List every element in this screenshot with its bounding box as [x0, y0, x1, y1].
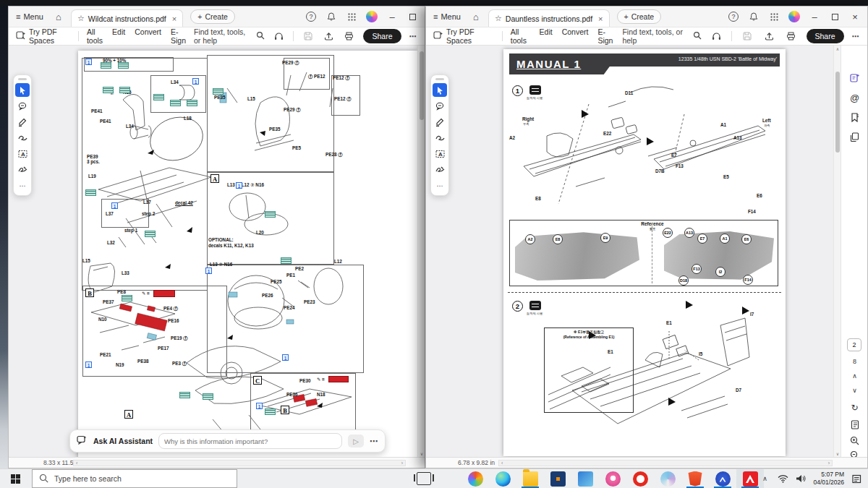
- tab-dauntless[interactable]: ☆ Dauntless instructions.pdf ×: [488, 9, 610, 27]
- toolbar-nav-item[interactable]: E-Sign: [597, 27, 614, 45]
- toolbar-nav-item[interactable]: Convert: [135, 27, 161, 45]
- sign-tool[interactable]: [433, 163, 447, 176]
- text-box-tool[interactable]: A: [433, 147, 447, 160]
- taskbar-app-photos[interactable]: [571, 469, 599, 488]
- minimize-button[interactable]: –: [384, 9, 400, 25]
- save-icon[interactable]: [740, 28, 754, 44]
- notifications-bell-icon[interactable]: [323, 9, 339, 25]
- clock[interactable]: 5:07 PM 04/01/2026: [813, 471, 844, 486]
- create-button[interactable]: +Create: [617, 9, 662, 24]
- toolbar-nav-item[interactable]: All tools: [87, 27, 103, 45]
- notifications-bell-icon[interactable]: [746, 9, 762, 25]
- horizontal-scrollbar[interactable]: ‹›: [73, 460, 406, 466]
- save-icon[interactable]: [302, 28, 314, 44]
- share-button[interactable]: Share: [807, 29, 844, 43]
- draw-tool[interactable]: [15, 131, 30, 145]
- more-tools[interactable]: ⋯: [15, 179, 30, 192]
- task-view-icon[interactable]: [417, 472, 431, 485]
- toolbar-nav-item[interactable]: E-Sign: [171, 27, 186, 45]
- start-button[interactable]: [0, 469, 30, 488]
- find-box[interactable]: Find text, tools, or help: [194, 27, 265, 45]
- taskbar-app-paint-3d[interactable]: [654, 469, 681, 488]
- share-button[interactable]: Share: [363, 29, 401, 43]
- read-aloud-headphones-icon[interactable]: [273, 28, 285, 44]
- rotate-page-icon[interactable]: ↻: [841, 403, 867, 413]
- next-page-chevron-icon[interactable]: ∨: [841, 387, 867, 394]
- draw-tool[interactable]: [433, 131, 447, 145]
- profile-orb-icon[interactable]: [364, 9, 380, 25]
- tab-wildcat[interactable]: ☆ Wildcat instructions.pdf ×: [71, 9, 183, 27]
- palette-drag-handle[interactable]: [435, 78, 444, 80]
- toolbar-nav-item[interactable]: All tools: [511, 27, 530, 45]
- zoom-in-icon[interactable]: [847, 433, 862, 448]
- sign-tool[interactable]: [15, 163, 30, 176]
- find-box[interactable]: Find text, tools, or help: [622, 27, 701, 45]
- vertical-scrollbar[interactable]: ∨: [417, 46, 425, 457]
- help-icon[interactable]: ?: [726, 9, 741, 25]
- apps-grid-icon[interactable]: [344, 9, 359, 25]
- apps-grid-icon[interactable]: [766, 9, 782, 25]
- highlight-tool[interactable]: [15, 115, 30, 129]
- maximize-button[interactable]: [827, 9, 843, 25]
- horizontal-scrollbar[interactable]: ‹›: [498, 460, 833, 466]
- tab-close-icon[interactable]: ×: [598, 14, 603, 23]
- taskbar-app-copilot[interactable]: [461, 469, 489, 488]
- star-icon[interactable]: ☆: [77, 14, 85, 23]
- more-tools[interactable]: ⋯: [433, 179, 447, 192]
- hidden-icons-chevron-icon[interactable]: ∧: [759, 473, 770, 484]
- highlight-tool[interactable]: [433, 115, 447, 129]
- home-icon[interactable]: ⌂: [468, 9, 484, 25]
- close-button[interactable]: ×: [847, 9, 863, 25]
- page-view-icon[interactable]: [847, 417, 862, 432]
- upload-share-icon[interactable]: [323, 28, 335, 44]
- help-icon[interactable]: ?: [303, 9, 319, 25]
- maximize-button[interactable]: [404, 9, 420, 25]
- ai-question-input[interactable]: [158, 433, 342, 449]
- send-icon[interactable]: ▷: [348, 435, 364, 448]
- select-tool[interactable]: [433, 83, 447, 97]
- zoom-out-icon[interactable]: [847, 448, 862, 457]
- print-icon[interactable]: [784, 28, 799, 44]
- toolbar-nav-item[interactable]: Edit: [540, 27, 553, 45]
- profile-orb-icon[interactable]: [786, 9, 802, 25]
- taskbar-search[interactable]: Type here to search: [32, 469, 237, 488]
- menu-button[interactable]: ≡Menu: [13, 9, 46, 25]
- comment-tool[interactable]: [433, 99, 447, 113]
- vertical-scrollbar[interactable]: ∧ ∨: [833, 46, 841, 457]
- taskbar-app-edge[interactable]: [489, 469, 516, 488]
- comments-icon[interactable]: @: [847, 90, 862, 106]
- pdf-spaces-button[interactable]: Try PDF Spaces: [433, 27, 494, 45]
- current-page-input[interactable]: 2: [847, 338, 861, 351]
- home-icon[interactable]: ⌂: [51, 9, 67, 25]
- more-options-icon[interactable]: ⋯: [852, 32, 861, 40]
- ai-assistant-icon[interactable]: [847, 70, 862, 85]
- action-center-icon[interactable]: [851, 473, 862, 484]
- more-options-icon[interactable]: ⋯: [409, 32, 418, 40]
- ai-more-icon[interactable]: ⋯: [370, 437, 378, 446]
- star-icon[interactable]: ☆: [495, 14, 502, 23]
- previous-page-chevron-icon[interactable]: ∧: [841, 372, 867, 380]
- tab-close-icon[interactable]: ×: [172, 14, 176, 23]
- taskbar-app-store[interactable]: [544, 469, 571, 488]
- palette-drag-handle[interactable]: [18, 78, 27, 80]
- toolbar-nav-item[interactable]: Convert: [562, 27, 589, 45]
- comment-tool[interactable]: [15, 99, 30, 113]
- upload-share-icon[interactable]: [762, 28, 777, 44]
- read-aloud-headphones-icon[interactable]: [710, 28, 724, 44]
- pdf-spaces-button[interactable]: Try PDF Spaces: [16, 27, 70, 45]
- taskbar-app-file-explorer[interactable]: [516, 469, 544, 488]
- taskbar-app-opera[interactable]: [626, 469, 654, 488]
- volume-icon[interactable]: [795, 473, 807, 484]
- minimize-button[interactable]: –: [807, 9, 822, 25]
- wifi-icon[interactable]: [777, 473, 788, 484]
- select-tool[interactable]: [15, 83, 30, 97]
- print-icon[interactable]: [343, 28, 355, 44]
- toolbar-nav-item[interactable]: Edit: [112, 27, 125, 45]
- text-box-tool[interactable]: A: [15, 147, 30, 160]
- page-thumbnails-icon[interactable]: [847, 129, 862, 145]
- menu-button[interactable]: ≡Menu: [430, 9, 464, 25]
- create-button[interactable]: +Create: [190, 9, 235, 24]
- bookmarks-icon[interactable]: [847, 110, 862, 125]
- taskbar-app-paint[interactable]: [599, 469, 626, 488]
- taskbar-app-nordvpn[interactable]: [709, 469, 736, 488]
